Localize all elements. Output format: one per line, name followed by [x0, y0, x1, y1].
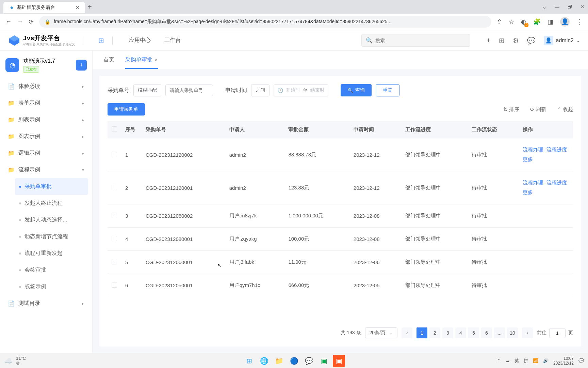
menu-form[interactable]: 📁表单示例▸ — [4, 95, 88, 111]
sub-item-restart[interactable]: 流程可重新发起 — [15, 245, 88, 262]
page-number[interactable]: 6 — [481, 327, 492, 338]
date-range-picker[interactable]: 🕐 开始时 至 结束时 — [274, 84, 328, 96]
row-checkbox[interactable] — [112, 213, 117, 218]
sidepanel-icon[interactable]: ◨ — [548, 18, 553, 26]
sub-item-terminate[interactable]: 发起人终止流程 — [15, 195, 88, 212]
nav-workbench[interactable]: 工作台 — [164, 37, 181, 44]
extensions-icon[interactable]: 🧩 — [533, 18, 541, 26]
row-checkbox[interactable] — [112, 259, 117, 264]
header-search[interactable]: 🔍 — [361, 34, 470, 47]
ime-mode[interactable]: 拼 — [524, 358, 528, 364]
tab-current[interactable]: 采购单审批✕ — [125, 51, 158, 69]
notifications-icon[interactable]: 💬 — [578, 358, 584, 363]
chrome-icon[interactable]: 🌐 — [258, 355, 270, 367]
back-icon[interactable]: ← — [5, 18, 12, 26]
sub-item-purchase[interactable]: 采购单审批 — [15, 178, 88, 195]
cell-seq: 1 — [121, 138, 142, 171]
reload-icon[interactable]: ⟳ — [29, 18, 34, 26]
bookmark-icon[interactable]: ☆ — [509, 18, 514, 26]
sort-button[interactable]: ⇅排序 — [503, 106, 519, 113]
tray-chevron-icon[interactable]: ⌃ — [497, 358, 501, 363]
menu-flow[interactable]: 📁流程示例▾ — [4, 162, 88, 178]
edge-icon[interactable]: 🔵 — [288, 355, 300, 367]
page-number[interactable]: 5 — [468, 327, 479, 338]
collapse-button[interactable]: ⌃收起 — [557, 106, 573, 113]
app-icon[interactable]: ▣ — [318, 355, 330, 367]
caret-down-icon[interactable]: ⌄ — [542, 4, 546, 10]
start-icon[interactable]: ⊞ — [243, 355, 255, 367]
clock[interactable]: 10:07 2023/12/12 — [553, 356, 574, 366]
query-button[interactable]: 🔍查询 — [341, 84, 372, 96]
refresh-button[interactable]: ⟳刷新 — [530, 106, 546, 113]
page-number[interactable]: 2 — [429, 327, 440, 338]
menu-test[interactable]: 📄测试目录▸ — [4, 295, 88, 312]
tray-cloud-icon[interactable]: ☁ — [505, 358, 510, 363]
menu-logic[interactable]: 📁逻辑示例▸ — [4, 145, 88, 162]
nav-appcenter[interactable]: 应用中心 — [129, 37, 151, 44]
settings-icon[interactable]: ⚙ — [513, 36, 519, 45]
action-more[interactable]: 更多 — [523, 156, 533, 163]
action-more[interactable]: 更多 — [523, 189, 533, 196]
action-progress[interactable]: 流程进度 — [546, 180, 567, 186]
close-icon[interactable]: ✕ — [154, 58, 158, 62]
wifi-icon[interactable]: 📶 — [533, 358, 538, 363]
minimize-icon[interactable]: — — [555, 4, 559, 10]
page-number[interactable]: 1 — [416, 327, 427, 338]
chevron-right-icon: ▸ — [82, 301, 84, 306]
cell-applytime: 2023-12-12 — [349, 138, 401, 171]
apps-icon[interactable]: ⊞ — [98, 36, 104, 45]
volume-icon[interactable]: 🔊 — [543, 358, 549, 363]
filter-orderno-input[interactable] — [165, 85, 213, 96]
page-jump-input[interactable] — [549, 328, 566, 338]
page-number[interactable]: 10 — [507, 327, 518, 338]
action-process[interactable]: 流程办理 — [523, 147, 543, 153]
page-size-select[interactable]: 20条/页⌄ — [365, 327, 397, 338]
filter-time-operator[interactable]: 之间 — [251, 84, 270, 96]
recorder-icon[interactable]: ▣ — [333, 355, 345, 367]
explorer-icon[interactable]: 📁 — [273, 355, 285, 367]
sidebar-add-button[interactable]: + — [76, 60, 87, 71]
checkbox-all[interactable] — [112, 126, 117, 132]
action-progress[interactable]: 流程进度 — [546, 147, 567, 153]
message-icon[interactable]: 💬 — [527, 36, 536, 45]
create-button[interactable]: 申请采购单 — [108, 103, 145, 116]
sub-item-dynamic[interactable]: 发起人动态选择... — [15, 212, 88, 228]
row-checkbox[interactable] — [112, 282, 117, 288]
menu-icon[interactable]: ⋮ — [576, 18, 583, 26]
tab-home[interactable]: 首页 — [103, 51, 114, 69]
extension-icon[interactable]: ◐2 — [521, 18, 526, 26]
new-tab-button[interactable]: + — [88, 3, 92, 11]
close-icon[interactable]: ✕ — [76, 5, 80, 10]
forward-icon[interactable]: → — [17, 18, 23, 26]
user-menu[interactable]: 👤 admin2 ⌄ — [544, 36, 580, 45]
page-number[interactable]: 4 — [455, 327, 466, 338]
close-window-icon[interactable]: ✕ — [581, 4, 585, 10]
reset-button[interactable]: 重置 — [376, 84, 399, 96]
wechat-icon[interactable]: 💬 — [303, 355, 315, 367]
page-number[interactable]: 3 — [442, 327, 453, 338]
menu-chart[interactable]: 📁图表示例▸ — [4, 128, 88, 145]
share-icon[interactable]: ⇪ — [497, 18, 502, 26]
menu-list[interactable]: 📁列表示例▸ — [4, 111, 88, 128]
browser-tab[interactable]: ◆ 基础框架服务后台 ✕ — [3, 2, 85, 13]
row-checkbox[interactable] — [112, 236, 117, 241]
profile-icon[interactable]: 👤 — [560, 17, 570, 27]
search-input[interactable] — [375, 38, 466, 43]
address-bar[interactable]: 🔒 frame.bctools.cn/#/myiframe/urlPath?na… — [39, 16, 491, 28]
sub-item-orsign[interactable]: 或签示例 — [15, 278, 88, 295]
row-checkbox[interactable] — [112, 185, 117, 190]
maximize-icon[interactable]: 🗗 — [568, 4, 572, 10]
menu-tiyan[interactable]: 📄体验必读▸ — [4, 78, 88, 95]
page-number[interactable]: ... — [494, 327, 505, 338]
page-prev[interactable]: ‹ — [402, 327, 412, 338]
filter-match-select[interactable]: 模糊匹配 — [133, 84, 161, 96]
grid-icon[interactable]: ⊞ — [499, 36, 505, 45]
plus-icon[interactable]: + — [487, 36, 491, 44]
taskbar-weather[interactable]: ☁️ 11°C 雾 — [4, 356, 26, 366]
sub-item-countersign[interactable]: 会签审批 — [15, 262, 88, 278]
row-checkbox[interactable] — [112, 152, 117, 157]
page-next[interactable]: › — [522, 327, 533, 338]
sub-item-addnode[interactable]: 动态新增节点流程 — [15, 228, 88, 245]
ime-lang[interactable]: 英 — [514, 358, 519, 364]
action-process[interactable]: 流程办理 — [523, 180, 543, 186]
